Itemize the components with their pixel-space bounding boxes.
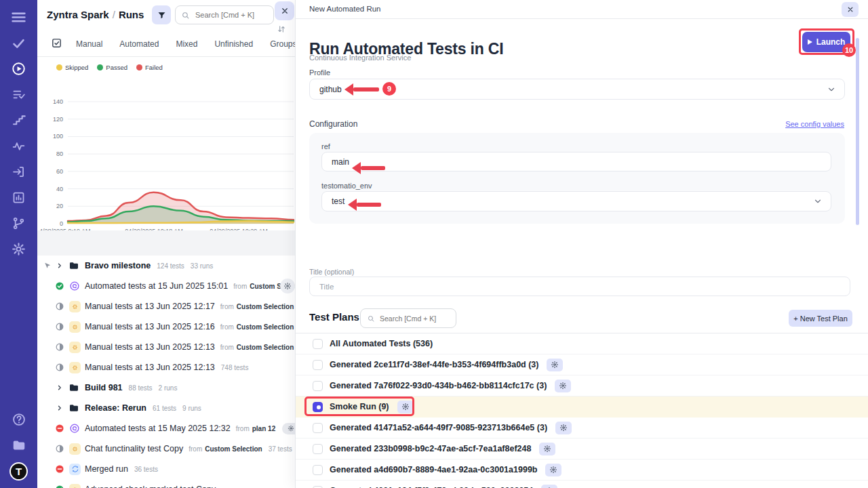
legend-item-passed: Passed xyxy=(97,64,127,71)
test-plan-label: Generated 2ce11f7d-38ef-44fe-b353-4f694f… xyxy=(330,360,538,369)
legend-dot xyxy=(56,64,62,70)
chevron-right-icon[interactable] xyxy=(56,404,64,412)
panel-gap xyxy=(37,230,295,256)
sidebar-item-reports[interactable] xyxy=(0,187,37,207)
testomatio-env-value: test xyxy=(332,197,344,206)
sidebar-item-steps[interactable] xyxy=(0,110,37,130)
sidebar-item-help[interactable] xyxy=(0,409,37,430)
test-plan-checkbox[interactable] xyxy=(313,381,323,391)
test-plan-label: All Automated Tests (536) xyxy=(330,339,433,348)
projects-folder-icon xyxy=(12,438,26,453)
test-plans-heading: Test Plans xyxy=(309,311,359,323)
sidebar-item-runs[interactable] xyxy=(0,58,37,79)
run-row[interactable]: Automated tests at 15 May 2025 12:32from… xyxy=(37,418,295,439)
run-row[interactable]: Manual tests at 13 Jun 2025 12:16fromCus… xyxy=(37,317,295,337)
tab-automated[interactable]: Automated xyxy=(119,39,159,49)
test-plan-label: Generated 41471a52-a644-49f7-9085-923713… xyxy=(330,423,547,432)
status-progress-icon xyxy=(55,302,64,311)
menu-icon xyxy=(10,9,27,26)
sidebar-item-settings-gear[interactable] xyxy=(0,239,37,259)
close-drawer-button[interactable] xyxy=(842,2,859,17)
import-icon xyxy=(12,165,26,179)
see-config-values-link[interactable]: See config values xyxy=(785,120,844,128)
run-group-row[interactable]: Build 98188 tests2 runs xyxy=(37,378,295,398)
test-plan-settings-button[interactable] xyxy=(547,359,563,371)
test-plan-row[interactable]: Generated 7a76f022-93d0-434b-b462-bb8114… xyxy=(296,375,868,396)
sidebar-item-logo[interactable]: T xyxy=(0,461,37,481)
run-group-row[interactable]: Release: Rerun61 tests9 runs xyxy=(37,398,295,418)
launch-button-label: Launch xyxy=(816,37,846,47)
test-plan-row[interactable]: Smoke Run (9) xyxy=(296,396,868,418)
run-row[interactable]: Merged run36 tests xyxy=(37,459,295,479)
runs-search[interactable] xyxy=(175,5,274,24)
close-runs-panel-button[interactable] xyxy=(275,1,294,20)
runs-tabs: ManualAutomatedMixedUnfinishedGroups xyxy=(37,30,295,57)
test-plan-settings-button[interactable] xyxy=(541,485,557,488)
run-settings-button[interactable] xyxy=(280,279,295,293)
sidebar-item-projects-folder[interactable] xyxy=(0,435,37,455)
sidebar-item-menu[interactable] xyxy=(0,7,37,27)
drawer-scrollbar[interactable] xyxy=(856,38,859,225)
test-plan-row[interactable]: Generated 4321c194-f5f2-476a-b02d-a520c2… xyxy=(296,481,868,488)
sidebar-item-import[interactable] xyxy=(0,161,37,182)
ref-input[interactable]: main xyxy=(321,152,831,171)
test-plans-search-input[interactable] xyxy=(378,314,450,323)
run-row[interactable]: Advanced check marked test Copy xyxy=(37,479,295,488)
test-plan-row[interactable]: All Automated Tests (536) xyxy=(296,333,868,354)
test-plan-settings-button[interactable] xyxy=(545,464,561,476)
run-row[interactable]: Manual tests at 13 Jun 2025 12:13748 tes… xyxy=(37,357,295,378)
tab-groups[interactable]: Groups xyxy=(270,39,295,49)
test-plans-search[interactable] xyxy=(360,308,456,328)
automated-run-icon xyxy=(69,423,80,434)
sidebar-item-test-plans[interactable] xyxy=(0,84,37,104)
test-plan-checkbox[interactable] xyxy=(313,339,323,349)
legend-item-failed: Failed xyxy=(136,64,163,71)
run-row[interactable]: Manual tests at 13 Jun 2025 12:17fromCus… xyxy=(37,296,295,317)
chevron-right-icon[interactable] xyxy=(56,262,64,270)
test-plan-checkbox[interactable] xyxy=(313,444,323,454)
run-group-row[interactable]: Bravo milestone124 tests33 runs xyxy=(37,256,295,276)
tab-unfinished[interactable]: Unfinished xyxy=(214,39,253,49)
play-icon xyxy=(808,39,812,45)
run-meta: 33 runs xyxy=(191,262,213,270)
test-plan-row[interactable]: Generated 233b0998-b9c2-47ae-a5cf-7ea1af… xyxy=(296,439,868,460)
test-plan-checkbox[interactable] xyxy=(313,465,323,475)
test-plan-checkbox[interactable] xyxy=(313,486,323,488)
test-plan-row[interactable]: Generated a4d690b7-8889-4ae1-92aa-0c3001… xyxy=(296,460,868,481)
select-all-icon[interactable] xyxy=(51,37,62,49)
run-row[interactable]: Automated tests at 15 Jun 2025 15:01from… xyxy=(37,276,295,296)
test-plan-settings-button[interactable] xyxy=(555,380,571,392)
test-plan-settings-button[interactable] xyxy=(555,422,572,434)
test-plan-checkbox[interactable] xyxy=(313,360,323,370)
sidebar-item-tests[interactable] xyxy=(0,33,37,53)
breadcrumb-project[interactable]: Zyntra Spark xyxy=(47,9,109,20)
ref-value: main xyxy=(332,157,349,167)
breadcrumb-separator: / xyxy=(109,9,119,20)
sidebar-item-analytics-pulse[interactable] xyxy=(0,136,37,156)
run-row[interactable]: Manual tests at 13 Jun 2025 12:13fromCus… xyxy=(37,337,295,357)
test-plan-checkbox[interactable] xyxy=(313,423,323,433)
runs-search-input[interactable] xyxy=(194,10,268,20)
status-progress-icon xyxy=(55,363,64,372)
run-row[interactable]: Chat functinality test CopyfromCustom Se… xyxy=(37,439,295,459)
logo-avatar: T xyxy=(9,462,28,481)
tab-manual[interactable]: Manual xyxy=(76,39,102,49)
test-plan-row[interactable]: Generated 2ce11f7d-38ef-44fe-b353-4f694f… xyxy=(296,354,868,375)
testomatio-env-select[interactable]: test xyxy=(321,191,831,211)
chevron-right-icon[interactable] xyxy=(56,384,64,392)
steps-icon xyxy=(12,113,26,127)
run-test-count: 748 tests xyxy=(221,364,249,371)
sidebar-item-branches[interactable] xyxy=(0,213,37,233)
tab-mixed[interactable]: Mixed xyxy=(176,39,197,49)
chevron-down-icon xyxy=(827,85,836,94)
test-plan-label: Generated 7a76f022-93d0-434b-b462-bb8114… xyxy=(330,381,547,390)
filter-button[interactable] xyxy=(152,5,171,24)
title-input[interactable]: Title xyxy=(309,277,850,296)
test-plan-row[interactable]: Generated 41471a52-a644-49f7-9085-923713… xyxy=(296,418,868,439)
run-group-title: Build 981 xyxy=(85,383,123,392)
new-test-plan-button[interactable]: + New Test Plan xyxy=(789,310,852,327)
manual-run-icon xyxy=(69,301,81,312)
run-from-label: from xyxy=(236,425,250,432)
test-plan-settings-button[interactable] xyxy=(539,443,555,455)
test-plan-checkbox[interactable] xyxy=(313,402,323,412)
